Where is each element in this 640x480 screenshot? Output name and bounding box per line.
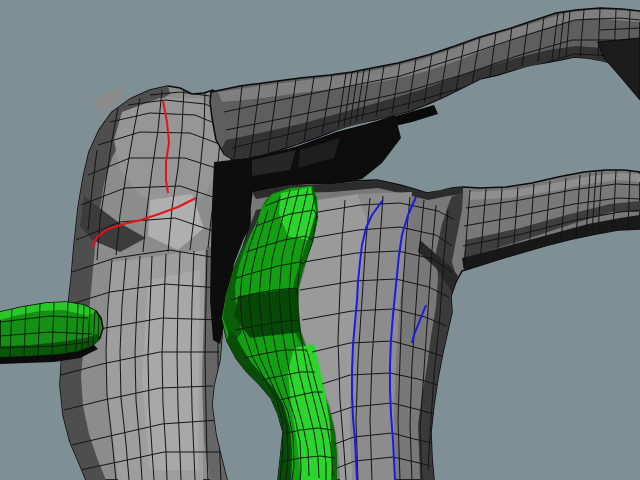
3d-viewport[interactable]	[0, 0, 640, 480]
viewport-canvas[interactable]	[0, 0, 640, 480]
